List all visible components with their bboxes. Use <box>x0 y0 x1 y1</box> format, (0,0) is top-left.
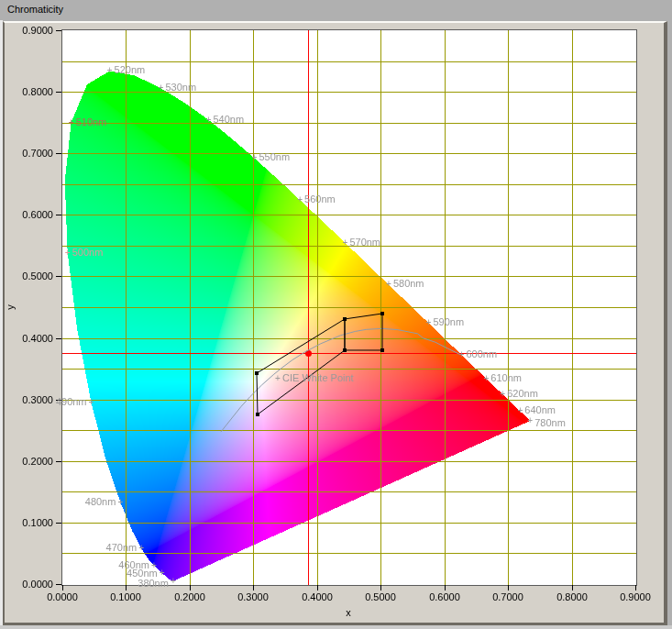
x-axis-label: x <box>323 607 374 618</box>
window-bottom-edge <box>0 625 672 629</box>
window-title: Chromaticity <box>7 4 63 15</box>
y-axis-label: y <box>5 304 16 310</box>
chromaticity-diagram-canvas <box>62 30 636 585</box>
